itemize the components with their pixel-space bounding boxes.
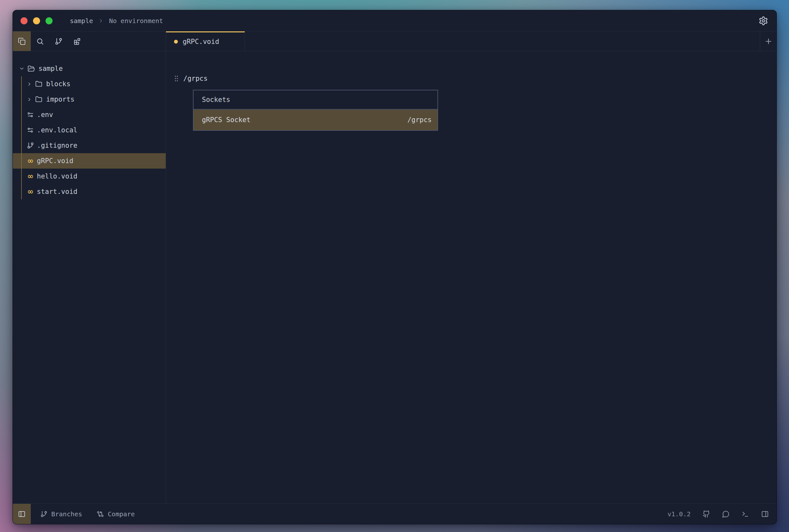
- socket-name: gRPCS Socket: [202, 116, 251, 124]
- breadcrumb-project[interactable]: sample: [70, 17, 93, 25]
- tree-item-label: blocks: [46, 80, 71, 88]
- tree-item-label: sample: [38, 65, 63, 72]
- socket-path: /grpcs: [407, 116, 432, 124]
- blocks-icon[interactable]: [68, 32, 86, 51]
- endpoint-block[interactable]: /grpcs: [174, 74, 776, 83]
- sidebar-toolbar: [13, 32, 166, 51]
- traffic-lights: [20, 17, 53, 24]
- files-icon[interactable]: [13, 32, 31, 51]
- folder-open-icon: [27, 65, 35, 72]
- settings-gear-icon[interactable]: [758, 16, 768, 26]
- sidebar: sample blocks imports .env: [13, 32, 166, 504]
- compare-label: Compare: [108, 510, 135, 518]
- breadcrumb-environment[interactable]: No environment: [109, 17, 163, 25]
- title-bar: sample No environment: [13, 10, 776, 32]
- dropdown-item-grpcs-socket[interactable]: gRPCS Socket /grpcs: [194, 110, 438, 130]
- main-area: gRPC.void /grpcs: [166, 32, 776, 504]
- close-window-button[interactable]: [20, 17, 27, 24]
- branches-label: Branches: [51, 510, 82, 518]
- tree-item-hello-void[interactable]: ∞ hello.void: [13, 169, 166, 184]
- git-compare-icon: [97, 511, 104, 517]
- tree-item-label: gRPC.void: [37, 157, 73, 165]
- tree-item-label: start.void: [37, 188, 77, 195]
- tree-item-label: .env.local: [37, 126, 77, 134]
- chevron-down-icon: [19, 66, 25, 72]
- minimize-window-button[interactable]: [33, 17, 40, 24]
- new-tab-button[interactable]: [760, 32, 776, 51]
- drag-handle-icon[interactable]: [174, 75, 179, 82]
- search-icon[interactable]: [31, 32, 49, 51]
- sockets-dropdown: Sockets gRPCS Socket /grpcs: [193, 90, 438, 131]
- git-branch-icon[interactable]: [49, 32, 68, 51]
- folder-icon: [35, 96, 43, 103]
- tree-item-grpc-void[interactable]: ∞ gRPC.void: [13, 153, 166, 169]
- compare-button[interactable]: Compare: [97, 504, 135, 524]
- editor-content: /grpcs Sockets gRPCS Socket /grpcs: [166, 51, 776, 504]
- tree-item-gitignore[interactable]: .gitignore: [13, 138, 166, 153]
- status-bar: Branches Compare v1.0.2: [13, 504, 776, 524]
- chevron-right-icon: [26, 81, 32, 87]
- tree-item-start-void[interactable]: ∞ start.void: [13, 184, 166, 200]
- tree-item-label: imports: [46, 95, 75, 103]
- app-version: v1.0.2: [668, 510, 691, 518]
- tree-item-env[interactable]: .env: [13, 107, 166, 122]
- github-icon[interactable]: [703, 510, 710, 518]
- tree-item-sample[interactable]: sample: [13, 61, 166, 76]
- tab-bar: gRPC.void: [166, 32, 776, 51]
- tab-grpc-void[interactable]: gRPC.void: [166, 32, 245, 51]
- terminal-icon[interactable]: [742, 510, 749, 518]
- tree-item-label: hello.void: [37, 172, 77, 180]
- endpoint-path: /grpcs: [183, 75, 208, 82]
- tree-item-label: .env: [37, 111, 53, 118]
- sliders-icon: [27, 111, 34, 118]
- git-branch-icon: [40, 511, 47, 517]
- toggle-sidebar-button[interactable]: [13, 504, 31, 524]
- folder-icon: [35, 80, 43, 88]
- dropdown-header: Sockets: [194, 90, 438, 110]
- tree-item-imports[interactable]: imports: [13, 92, 166, 107]
- tree-indent-guide: [21, 76, 22, 200]
- chevron-right-icon: [98, 18, 104, 24]
- tab-label: gRPC.void: [183, 38, 219, 45]
- breadcrumb: sample No environment: [70, 17, 163, 25]
- tree-item-env-local[interactable]: .env.local: [13, 122, 166, 138]
- zoom-window-button[interactable]: [45, 17, 53, 24]
- panel-right-icon[interactable]: [761, 510, 769, 518]
- tree-item-label: .gitignore: [37, 142, 77, 149]
- sliders-icon: [27, 127, 34, 134]
- chat-bubble-icon[interactable]: [722, 510, 730, 518]
- infinity-icon: ∞: [27, 157, 34, 165]
- branches-button[interactable]: Branches: [40, 504, 82, 524]
- infinity-icon: ∞: [27, 173, 34, 180]
- app-window: sample No environment: [13, 10, 777, 524]
- chevron-right-icon: [26, 97, 32, 102]
- infinity-icon: ∞: [27, 188, 34, 195]
- file-tree: sample blocks imports .env: [13, 51, 166, 504]
- git-branch-icon: [27, 142, 34, 149]
- modified-dot-icon: [174, 40, 178, 43]
- tree-item-blocks[interactable]: blocks: [13, 76, 166, 92]
